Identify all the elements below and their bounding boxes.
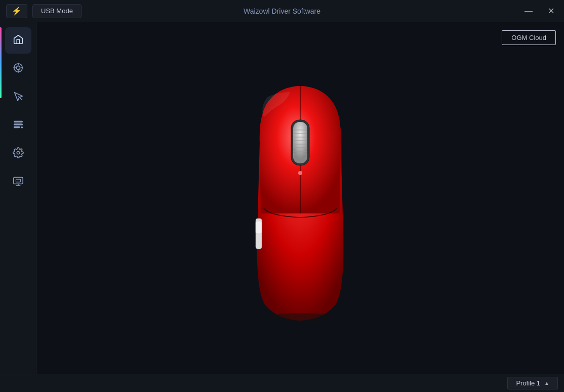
main-layout: OGM Cloud [0,22,564,374]
svg-point-29 [298,171,302,175]
minimize-button[interactable]: — [521,4,536,18]
svg-rect-15 [16,179,20,182]
cursor-icon [13,91,24,104]
svg-rect-9 [14,126,19,127]
sidebar [0,22,36,374]
svg-rect-12 [13,177,22,184]
usb-mode-button[interactable]: USB Mode [32,4,82,18]
lightning-button[interactable]: ⚡ [6,4,27,18]
sidebar-item-settings[interactable] [5,141,31,167]
profile-button[interactable]: Profile 1 ▲ [507,377,558,389]
chevron-up-icon: ▲ [544,380,549,386]
svg-rect-18 [256,221,262,234]
sidebar-item-performance[interactable] [5,84,31,110]
app-title: Waizowl Driver Software [244,7,320,15]
sidebar-item-dpi[interactable] [5,56,31,82]
ogm-cloud-button[interactable]: OGM Cloud [502,30,556,45]
titlebar-left: ⚡ USB Mode [6,4,82,18]
sidebar-item-home[interactable] [5,27,31,54]
svg-marker-10 [20,125,23,128]
window-controls: — ✕ [521,4,558,18]
svg-point-1 [16,66,20,69]
display-icon [13,176,24,189]
main-content: OGM Cloud [36,22,564,374]
svg-rect-7 [14,121,22,122]
target-icon [13,62,24,76]
mouse-illustration [36,22,564,374]
sidebar-item-buttons[interactable] [5,112,31,139]
mouse-svg [229,72,371,325]
profile-label: Profile 1 [516,379,540,387]
statusbar: Profile 1 ▲ [0,374,564,392]
svg-rect-20 [293,122,307,163]
buttons-icon [13,119,24,133]
sidebar-item-display[interactable] [5,169,31,195]
close-button[interactable]: ✕ [544,4,558,18]
svg-point-11 [17,151,20,154]
titlebar: ⚡ USB Mode Waizowl Driver Software — ✕ [0,0,564,22]
lightning-icon: ⚡ [12,6,22,16]
svg-rect-8 [14,124,22,125]
gear-icon [13,147,24,161]
home-icon [13,34,24,48]
svg-point-30 [270,313,331,321]
sidebar-accent [0,27,2,98]
